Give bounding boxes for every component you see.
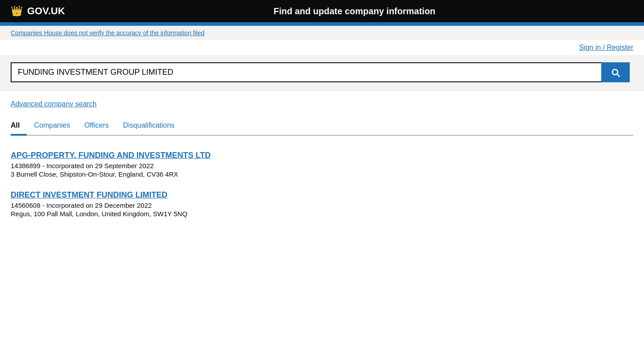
tab-officers[interactable]: Officers	[77, 117, 116, 136]
advanced-search-section: Advanced company search	[11, 100, 633, 108]
header-title: Find and update company information	[76, 6, 633, 16]
tab-all[interactable]: All	[11, 117, 27, 136]
company-name-link[interactable]: APG-PROPERTY, FUNDING AND INVESTMENTS LT…	[11, 151, 633, 160]
crown-icon: 👑	[11, 5, 23, 17]
search-button[interactable]	[601, 62, 630, 82]
notice-bar: Companies House does not verify the accu…	[0, 26, 644, 40]
company-meta: 14386899 - Incorporated on 29 September …	[11, 162, 633, 169]
search-tabs: All Companies Officers Disqualifications	[11, 117, 633, 136]
site-header: 👑 GOV.UK Find and update company informa…	[0, 0, 644, 22]
search-input[interactable]	[11, 62, 601, 82]
tab-companies[interactable]: Companies	[27, 117, 77, 136]
gov-logo: 👑 GOV.UK	[11, 5, 65, 17]
site-name: GOV.UK	[27, 5, 65, 17]
company-address: Regus, 100 Pall Mall, London, United Kin…	[11, 210, 633, 218]
tab-disqualifications[interactable]: Disqualifications	[116, 117, 182, 136]
search-icon	[610, 67, 621, 78]
advanced-search-link[interactable]: Advanced company search	[11, 100, 97, 108]
signin-bar: Sign in / Register	[0, 40, 644, 55]
search-results: APG-PROPERTY, FUNDING AND INVESTMENTS LT…	[11, 146, 633, 218]
signin-link[interactable]: Sign in / Register	[579, 44, 633, 52]
main-content: Advanced company search All Companies Of…	[0, 91, 644, 239]
company-address: 3 Burnell Close, Shipston-On-Stour, Engl…	[11, 170, 633, 178]
search-area	[0, 55, 644, 91]
blue-bar	[0, 22, 644, 26]
notice-link[interactable]: Companies House does not verify the accu…	[11, 29, 204, 36]
result-item: DIRECT INVESTMENT FUNDING LIMITED 145606…	[11, 190, 633, 218]
company-meta: 14560608 - Incorporated on 29 December 2…	[11, 202, 633, 209]
result-item: APG-PROPERTY, FUNDING AND INVESTMENTS LT…	[11, 151, 633, 178]
company-name-link[interactable]: DIRECT INVESTMENT FUNDING LIMITED	[11, 190, 633, 200]
search-form	[11, 62, 630, 82]
